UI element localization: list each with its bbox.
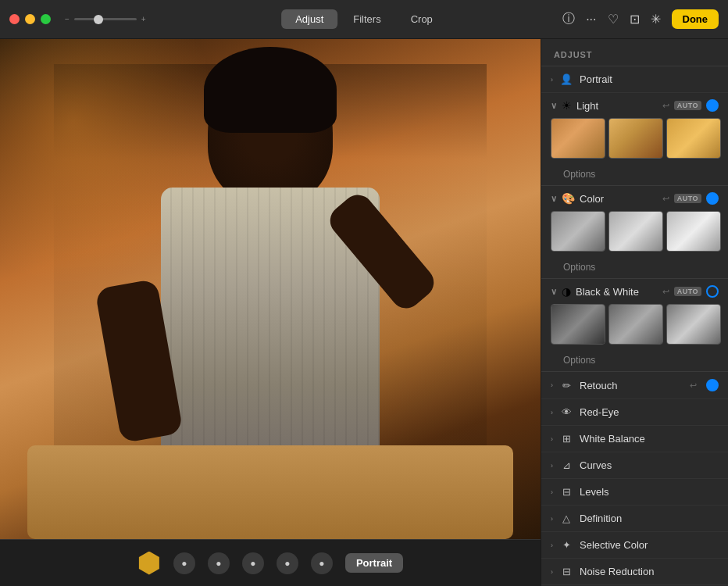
fullscreen-button[interactable] [41, 14, 51, 24]
noisereduction-icon: ⊟ [559, 566, 573, 577]
portrait-icon: 👤 [559, 73, 573, 85]
light-thumbnails [541, 118, 728, 165]
tool-icon-4[interactable]: ● [277, 552, 298, 574]
light-section: ∨ ☀ Light ↩ AUTO [541, 93, 728, 186]
noisereduction-section[interactable]: › ⊟ Noise Reduction [541, 559, 728, 585]
right-panel: ADJUST › 👤 Portrait ∨ ☀ Light ↩ AUTO [541, 39, 728, 586]
info-icon[interactable]: ⓘ [562, 11, 575, 27]
zoom-minus-icon: − [65, 15, 70, 23]
light-toggle[interactable] [706, 99, 719, 112]
light-label: Light [576, 100, 658, 112]
color-thumb-2[interactable] [608, 211, 663, 252]
zoom-slider[interactable] [74, 18, 137, 20]
bw-reset-icon[interactable]: ↩ [662, 287, 669, 297]
bw-options-row: Options [541, 351, 728, 371]
titlebar-right: ⓘ ··· ♡ ⊡ ✳ Done [562, 9, 719, 29]
portrait-mode-icon[interactable] [137, 552, 161, 575]
retouch-toggle[interactable] [706, 379, 719, 391]
portrait-section[interactable]: › 👤 Portrait [541, 66, 728, 93]
bw-section-header[interactable]: ∨ ◑ Black & White ↩ AUTO [541, 279, 728, 304]
definition-section[interactable]: › △ Definition [541, 506, 728, 532]
photo-container [0, 39, 541, 539]
color-auto-badge[interactable]: AUTO [674, 194, 701, 203]
bw-expanded-chevron: ∨ [551, 287, 557, 297]
redeye-icon: 👁 [559, 406, 573, 418]
selectivecolor-chevron: › [551, 541, 553, 549]
portrait-button[interactable]: Portrait [345, 553, 403, 573]
redeye-section[interactable]: › 👁 Red-Eye [541, 399, 728, 426]
tab-crop[interactable]: Crop [397, 9, 447, 29]
light-auto-badge[interactable]: AUTO [674, 101, 701, 110]
photo-background [0, 39, 541, 539]
bw-toggle[interactable] [706, 285, 719, 298]
color-options-text[interactable]: Options [563, 262, 595, 273]
heart-icon[interactable]: ♡ [608, 12, 619, 27]
zoom-slider-area: − + [65, 15, 146, 23]
color-toggle[interactable] [706, 192, 719, 205]
levels-section[interactable]: › ⊟ Levels [541, 479, 728, 506]
color-thumb-1-inner [551, 212, 605, 251]
bw-thumbnails [541, 304, 728, 351]
light-thumb-3[interactable] [666, 118, 721, 159]
close-button[interactable] [9, 14, 20, 24]
retouch-chevron: › [551, 381, 553, 389]
bw-thumb-1[interactable] [551, 304, 605, 345]
share-icon[interactable]: ✳ [651, 12, 661, 27]
tool-icon-1[interactable]: ● [173, 552, 195, 574]
redeye-label: Red-Eye [580, 406, 719, 418]
light-thumb-1[interactable] [551, 118, 605, 159]
light-reset-icon[interactable]: ↩ [662, 101, 669, 111]
selectivecolor-label: Selective Color [580, 539, 719, 551]
light-thumb-2[interactable] [608, 118, 663, 159]
zoom-slider-thumb[interactable] [94, 15, 103, 24]
color-thumb-1[interactable] [551, 211, 605, 252]
color-thumb-2-inner [609, 212, 662, 251]
color-reset-icon[interactable]: ↩ [662, 194, 669, 204]
done-button[interactable]: Done [672, 9, 719, 29]
retouch-section[interactable]: › ✏ Retouch ↩ [541, 372, 728, 399]
levels-label: Levels [580, 486, 719, 498]
selectivecolor-section[interactable]: › ✦ Selective Color [541, 532, 728, 559]
photo-area: ● ● ● ● ● Portrait [0, 39, 541, 586]
panel-header: ADJUST [541, 39, 728, 66]
bw-options-text[interactable]: Options [563, 355, 595, 366]
noisereduction-chevron: › [551, 568, 553, 576]
portrait-label: Portrait [580, 73, 719, 85]
color-actions: ↩ AUTO [662, 192, 719, 205]
minimize-button[interactable] [25, 14, 35, 24]
curves-section[interactable]: › ⊿ Curves [541, 452, 728, 479]
person-hair [204, 47, 337, 133]
more-icon[interactable]: ··· [586, 13, 596, 27]
color-section-header[interactable]: ∨ 🎨 Color ↩ AUTO [541, 186, 728, 211]
definition-chevron: › [551, 515, 553, 523]
light-expanded-chevron: ∨ [551, 101, 557, 111]
retouch-reset[interactable]: ↩ [690, 381, 697, 391]
bw-thumb-3[interactable] [666, 304, 721, 345]
curves-icon: ⊿ [559, 459, 573, 471]
color-thumb-3[interactable] [666, 211, 721, 252]
tool-icon-5[interactable]: ● [311, 552, 333, 574]
tab-filters[interactable]: Filters [339, 9, 394, 29]
light-thumb-1-inner [551, 119, 605, 158]
whitebalance-chevron: › [551, 435, 553, 443]
tool-icon-2[interactable]: ● [208, 552, 230, 574]
whitebalance-icon: ⊞ [559, 433, 573, 445]
bw-actions: ↩ AUTO [662, 285, 719, 298]
bottom-toolbar: ● ● ● ● ● Portrait [0, 539, 541, 586]
bw-icon: ◑ [562, 285, 571, 298]
retouch-icon: ✏ [559, 380, 573, 391]
color-section: ∨ 🎨 Color ↩ AUTO [541, 186, 728, 279]
whitebalance-section[interactable]: › ⊞ White Balance [541, 426, 728, 452]
bw-thumb-2[interactable] [608, 304, 663, 345]
panel-content: › 👤 Portrait ∨ ☀ Light ↩ AUTO [541, 66, 728, 586]
levels-icon: ⊟ [559, 486, 573, 498]
light-section-header[interactable]: ∨ ☀ Light ↩ AUTO [541, 93, 728, 118]
tab-adjust[interactable]: Adjust [281, 9, 337, 29]
main-content: ● ● ● ● ● Portrait ADJUST › 👤 Portrait ∨… [0, 39, 728, 586]
light-thumb-2-inner [609, 119, 662, 158]
light-options-text[interactable]: Options [563, 169, 595, 180]
portrait-chevron: › [551, 76, 553, 84]
crop-icon[interactable]: ⊡ [630, 12, 640, 27]
bw-auto-badge[interactable]: AUTO [674, 287, 701, 296]
tool-icon-3[interactable]: ● [242, 552, 264, 574]
